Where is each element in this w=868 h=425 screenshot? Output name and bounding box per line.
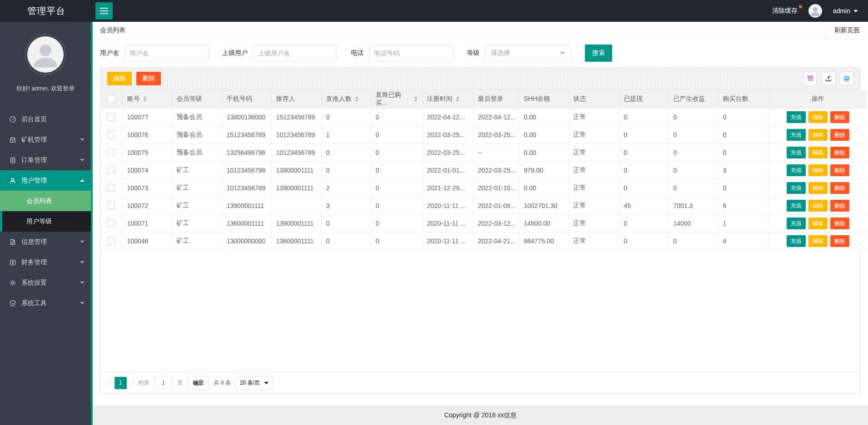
table-cell: 1 — [718, 214, 769, 232]
sidebar-item[interactable]: 订单管理 — [0, 150, 91, 170]
sidebar-subitem[interactable]: 会员列表 — [0, 191, 91, 211]
columns-filter-icon[interactable] — [803, 72, 817, 85]
recharge-button[interactable]: 充值 — [787, 217, 806, 229]
row-checkbox[interactable] — [107, 148, 115, 156]
table-cell: 2022-03-25... — [473, 161, 519, 179]
settings-icon — [9, 279, 16, 287]
sort-icon[interactable] — [355, 96, 359, 102]
recharge-button[interactable]: 充值 — [787, 200, 806, 212]
pagination-prev-button[interactable]: ‹ — [107, 379, 110, 387]
sidebar-item[interactable]: 系统设置 — [0, 272, 91, 293]
column-header-label: 已产生收益 — [673, 95, 705, 103]
delete-row-button[interactable]: 删除 — [830, 217, 849, 229]
export-icon[interactable] — [822, 72, 835, 85]
sidebar-item[interactable]: 后台首页 — [0, 109, 91, 129]
select-all-checkbox[interactable] — [107, 95, 115, 103]
column-header-label: 已提现 — [624, 95, 643, 103]
parent-user-label: 上级用户 — [222, 49, 248, 57]
sidebar-subitem[interactable]: 用户等级 — [0, 211, 91, 232]
sidebar-item-label: 系统工具 — [21, 299, 47, 307]
sidebar-item[interactable]: 用户管理 — [0, 170, 91, 191]
delete-row-button[interactable]: 删除 — [830, 182, 849, 194]
delete-row-button[interactable]: 删除 — [830, 200, 849, 212]
goto-page-input[interactable] — [154, 377, 173, 389]
sidebar-profile: 你好! admin, 欢迎登录 — [0, 22, 91, 93]
delete-row-button[interactable]: 删除 — [830, 235, 849, 247]
sort-icon[interactable] — [456, 96, 459, 102]
delete-button[interactable]: 删除 — [136, 72, 161, 85]
table-tool-icons — [803, 72, 853, 85]
delete-row-button[interactable]: 删除 — [830, 147, 849, 158]
admin-menu[interactable]: admin — [833, 7, 858, 15]
table-cell: 864775.00 — [519, 232, 569, 250]
delete-row-button[interactable]: 删除 — [830, 129, 849, 141]
table-cell: 2020-11-11 ... — [422, 232, 473, 250]
sort-icon[interactable] — [414, 96, 418, 102]
table-toolbar: 编辑 删除 — [100, 68, 860, 90]
table-cell: 0 — [668, 143, 718, 161]
table-cell: 0 — [718, 143, 769, 161]
edit-button[interactable]: 编辑 — [107, 72, 132, 85]
recharge-button[interactable]: 充值 — [787, 129, 806, 141]
edit-row-button[interactable]: 编辑 — [808, 111, 828, 123]
edit-row-button[interactable]: 编辑 — [808, 164, 828, 176]
pagination-current-page[interactable]: 1 — [115, 377, 127, 389]
edit-row-button[interactable]: 编辑 — [808, 200, 828, 212]
phone-input[interactable] — [369, 45, 453, 62]
print-icon[interactable] — [840, 72, 853, 85]
delete-row-button[interactable]: 删除 — [830, 164, 849, 176]
table-cell: 0 — [668, 232, 718, 250]
menu-toggle-button[interactable] — [95, 2, 113, 20]
table-cell: 0 — [619, 179, 668, 197]
recharge-button[interactable]: 充值 — [787, 111, 806, 123]
recharge-button[interactable]: 充值 — [787, 147, 806, 158]
confirm-page-button[interactable]: 确定 — [187, 376, 209, 390]
sort-icon[interactable] — [143, 96, 147, 102]
user-avatar[interactable] — [808, 4, 822, 18]
clear-cache-button[interactable]: 清除缓存 — [772, 7, 798, 15]
row-checkbox[interactable] — [107, 202, 115, 209]
parent-user-input[interactable] — [253, 45, 337, 62]
sidebar-item[interactable]: 信息管理 — [0, 232, 91, 252]
chevron-down-icon — [853, 10, 858, 12]
table-cell: 13600001111 — [222, 214, 271, 232]
sidebar-item[interactable]: 矿机管理 — [0, 129, 91, 150]
row-checkbox[interactable] — [107, 113, 115, 121]
column-header-label: 状态 — [574, 95, 586, 103]
refresh-page-button[interactable]: 刷新页面 — [826, 22, 868, 39]
edit-row-button[interactable]: 编辑 — [808, 147, 828, 158]
level-select[interactable]: 请选择 — [485, 45, 571, 62]
table-cell: 0 — [619, 232, 668, 250]
sidebar-item[interactable]: 系统工具 — [0, 293, 91, 313]
username-input[interactable] — [125, 45, 209, 62]
sidebar-nav: 后台首页矿机管理订单管理用户管理会员列表用户等级信息管理财务管理系统设置系统工具 — [0, 109, 91, 313]
search-bar: 用户名 上级用户 电话 等级 请选择 搜索 — [93, 39, 868, 67]
row-checkbox[interactable] — [107, 166, 115, 174]
edit-row-button[interactable]: 编辑 — [808, 217, 828, 229]
edit-row-button[interactable]: 编辑 — [808, 129, 828, 141]
table-row: 100073矿工1012345678913900001111202021-12-… — [100, 179, 867, 197]
row-checkbox[interactable] — [107, 184, 115, 192]
edit-row-button[interactable]: 编辑 — [808, 235, 828, 247]
topbar: 管理平台 清除缓存 admin — [0, 0, 868, 22]
search-button[interactable]: 搜索 — [585, 44, 612, 62]
sidebar-item-label: 系统设置 — [21, 279, 47, 287]
table-cell: 0.00 — [519, 179, 569, 197]
table-row: 100075预备会员1325648679610123456789002022-0… — [100, 143, 867, 161]
edit-row-button[interactable]: 编辑 — [808, 182, 828, 194]
recharge-button[interactable]: 充值 — [787, 235, 806, 247]
row-checkbox[interactable] — [107, 219, 115, 227]
recharge-button[interactable]: 充值 — [787, 164, 806, 176]
table-cell: 0 — [371, 214, 422, 232]
delete-row-button[interactable]: 删除 — [830, 111, 849, 123]
row-checkbox[interactable] — [107, 237, 115, 245]
row-checkbox[interactable] — [107, 131, 115, 138]
pagination-next-button[interactable]: › — [131, 379, 134, 387]
table-cell: 14000 — [668, 214, 718, 232]
per-page-select[interactable]: 20 条/页 — [235, 376, 273, 390]
recharge-button[interactable]: 充值 — [787, 182, 806, 194]
sidebar-item[interactable]: 财务管理 — [0, 252, 91, 272]
table-cell: 6 — [718, 197, 769, 214]
profile-avatar[interactable] — [27, 36, 64, 73]
table-cell: 0 — [371, 232, 422, 250]
